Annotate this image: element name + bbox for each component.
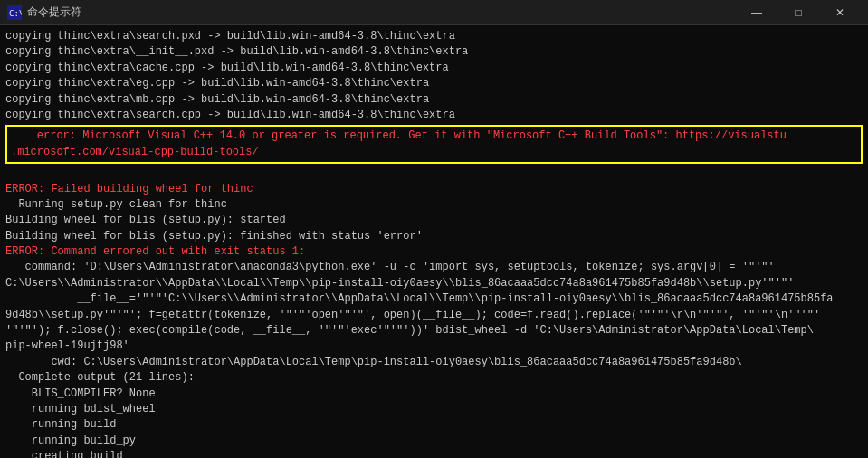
terminal-body: copying thinc\extra\search.pxd -> build\… (0, 25, 868, 458)
title-bar: C:\ 命令提示符 — □ ✕ (0, 0, 868, 25)
title-bar-left: C:\ 命令提示符 (7, 5, 81, 20)
window-title: 命令提示符 (27, 5, 81, 20)
close-button[interactable]: ✕ (819, 0, 861, 25)
maximize-button[interactable]: □ (777, 0, 819, 25)
cmd-icon: C:\ (7, 5, 22, 20)
svg-text:C:\: C:\ (9, 9, 22, 18)
minimize-button[interactable]: — (736, 0, 777, 25)
window-controls: — □ ✕ (736, 0, 861, 25)
